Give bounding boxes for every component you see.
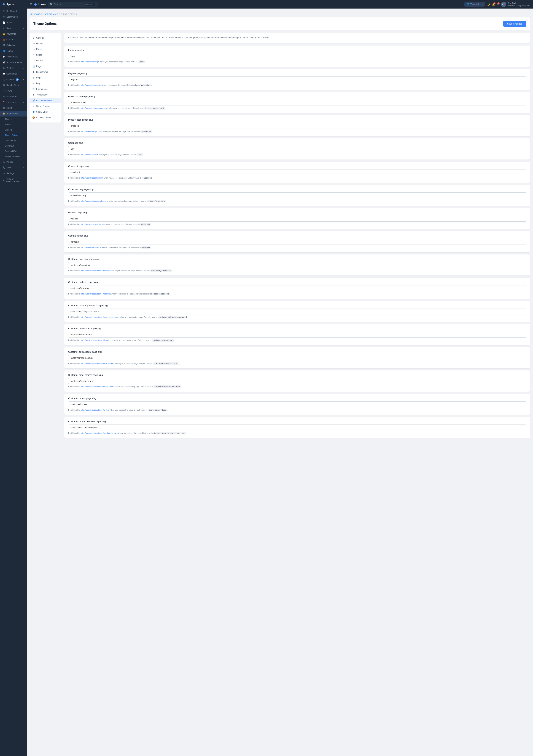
- slug-hint-link-customer-orders[interactable]: http://apexa.test/customer/orders: [81, 409, 109, 411]
- subnav-item-logo[interactable]: ◈ Logo: [30, 75, 62, 81]
- slug-hint-link-customer-product-reviews[interactable]: http://apexa.test/customer/product-revie…: [81, 432, 117, 434]
- slug-input-cart[interactable]: [68, 146, 526, 152]
- sidebar-item-pages[interactable]: 📄 Pages: [0, 20, 27, 25]
- slug-input-wishlist[interactable]: [68, 216, 526, 222]
- slug-input-password-reset[interactable]: [68, 99, 526, 105]
- sidebar-item-contact[interactable]: 📞 Contact 8 ▾: [0, 77, 27, 82]
- sidebar-subitem-themes[interactable]: Themes: [0, 117, 27, 122]
- sidebar-subitem-robots-txt[interactable]: Robots.Txt Editor: [0, 154, 27, 159]
- sidebar-item-label: Announcements: [6, 61, 22, 64]
- slug-input-customer-edit-account[interactable]: [68, 355, 526, 361]
- sidebar-item-settings[interactable]: ⚙ Settings: [0, 171, 27, 176]
- sidebar-item-newsletters[interactable]: ✉ Newsletters: [0, 94, 27, 99]
- subnav-item-social-links[interactable]: 👤 Social Links: [30, 109, 62, 115]
- sidebar-item-platform-administration[interactable]: 🏛 Platform Administration: [0, 176, 27, 184]
- slug-hint-link-customer-change-password[interactable]: http://apexa.test/customer/change-passwo…: [81, 316, 119, 318]
- slug-input-register[interactable]: [68, 76, 526, 82]
- sidebar-item-label: Galleries: [6, 44, 15, 47]
- sidebar-item-tools[interactable]: 🔧 Tools ▾: [0, 165, 27, 171]
- slug-input-orders-tracking[interactable]: [68, 192, 526, 198]
- sidebar-item-faqs[interactable]: ❓ FAQs ▾: [0, 88, 27, 94]
- sidebar-item-dashboard[interactable]: ⊞ Dashboard: [0, 8, 27, 14]
- slug-section-orders-tracking: Order tracking page slug It will look li…: [64, 185, 530, 206]
- slug-hint-link-checkout[interactable]: http://apexa.test/checkout: [81, 177, 103, 179]
- notifications-button[interactable]: 🔔 0: [492, 3, 495, 6]
- sidebar-item-careers[interactable]: 💼 Careers: [0, 37, 27, 42]
- slug-hint-link-customer-overview[interactable]: http://apexa.test/customer/overview: [81, 270, 112, 272]
- slug-hint-link-customer-downloads[interactable]: http://apexa.test/customer/downloads: [81, 339, 113, 341]
- hamburger-button[interactable]: ☰: [30, 3, 32, 6]
- slug-hint-customer-edit-account: It will look like http://apexa.test/cust…: [68, 362, 526, 365]
- subnav-item-footer[interactable]: ▭ Footer: [30, 46, 62, 52]
- slug-hint-link-compare[interactable]: http://apexa.test/compare: [81, 246, 103, 249]
- messages-button[interactable]: ✉ 8: [497, 3, 499, 6]
- slug-input-customer-change-password[interactable]: [68, 309, 526, 314]
- slug-hint-link-products[interactable]: http://apexa.test/products: [81, 130, 103, 132]
- sidebar-subitem-theme-options[interactable]: Theme Options: [0, 132, 27, 138]
- sidebar-subitem-widgets[interactable]: Widgets: [0, 127, 27, 132]
- slug-input-customer-product-reviews[interactable]: [68, 424, 526, 430]
- subnav-item-styles[interactable]: ✏ Styles: [30, 52, 62, 58]
- save-changes-button[interactable]: Save Changes: [503, 21, 526, 27]
- sidebar-item-payments[interactable]: 💳 Payments ▾: [0, 31, 27, 37]
- sidebar-item-label: Blog: [6, 27, 11, 30]
- slug-input-customer-address[interactable]: [68, 285, 526, 291]
- search-input[interactable]: [54, 3, 83, 6]
- subnav-item-header[interactable]: ▭ Header: [30, 41, 62, 46]
- user-menu[interactable]: ED Eric Dach arnold.oconnell@harvey.info: [501, 2, 530, 7]
- sidebar-item-locations[interactable]: 📍 Locations ▾: [0, 99, 27, 105]
- sidebar-item-media[interactable]: 🎬 Media: [0, 105, 27, 111]
- sidebar-item-teams[interactable]: 👥 Teams: [0, 48, 27, 54]
- slug-input-customer-overview[interactable]: [68, 262, 526, 268]
- sidebar-subitem-custom-css[interactable]: Custom CSS: [0, 138, 27, 143]
- sidebar-item-testimonials[interactable]: 💬 Testimonials: [0, 54, 27, 60]
- subnav-item-typography[interactable]: T Typography: [30, 92, 62, 98]
- topbar-logo: ◈ Apexa: [34, 2, 46, 6]
- slug-hint-link-orders-tracking[interactable]: http://apexa.test/orders/tracking: [81, 200, 108, 202]
- view-website-button[interactable]: 🌐 View website: [465, 2, 485, 7]
- subnav-item-page[interactable]: 📄 Page: [30, 64, 62, 69]
- settings-icon: ⚙: [3, 172, 5, 175]
- sidebar-item-galleries[interactable]: 🖼 Galleries: [0, 42, 27, 48]
- sidebar-item-comments[interactable]: 💭 Comments: [0, 71, 27, 77]
- slug-input-products[interactable]: [68, 123, 526, 129]
- slug-hint-link-customer-address[interactable]: http://apexa.test/customer/address: [81, 293, 111, 295]
- slug-hint-link-wishlist[interactable]: http://apexa.test/wishlist: [81, 223, 101, 225]
- sidebar-item-portfolio[interactable]: 🗂 Portfolio ▾: [0, 65, 27, 71]
- sidebar-subitem-menus[interactable]: Menus: [0, 122, 27, 127]
- subnav-item-blog[interactable]: ✏ Blog: [30, 81, 62, 86]
- subnav-item-ecommerce-urls[interactable]: 🔗 Ecommerce URLs: [30, 98, 62, 103]
- slug-hint-link-password-reset[interactable]: http://apexa.test/password/reset: [81, 107, 108, 109]
- dark-mode-button[interactable]: 🌙: [487, 3, 490, 6]
- subnav-item-cookie-consent[interactable]: 🍪 Cookie Consent: [30, 115, 62, 121]
- slug-section-login: Login page slug It will look like http:/…: [64, 45, 530, 67]
- slug-input-compare[interactable]: [68, 239, 526, 245]
- sidebar-item-announcements[interactable]: 📢 Announcements: [0, 60, 27, 65]
- subnav-item-general[interactable]: ⊙ General: [30, 35, 62, 41]
- subnav-item-portfolio[interactable]: 🗂 Portfolio: [30, 58, 62, 64]
- sidebar-item-simple-sliders[interactable]: ▤ Simple Sliders: [0, 82, 27, 88]
- sidebar-item-plugins[interactable]: 🔌 Plugins ▾: [0, 159, 27, 165]
- sidebar-item-appearance[interactable]: 🎨 Appearance ▴: [0, 111, 27, 117]
- subnav-item-breadcrumb[interactable]: ✤ Breadcrumb: [30, 69, 62, 75]
- slug-default-cart: cart: [137, 153, 143, 156]
- slug-hint-link-customer-order-returns[interactable]: http://apexa.test/customer/order-returns: [81, 386, 115, 388]
- sidebar-subitem-custom-js[interactable]: Custom JS: [0, 143, 27, 148]
- sidebar-item-blog[interactable]: ✏ Blog ▾: [0, 25, 27, 31]
- subnav-item-social-sharing[interactable]: ↗ Social Sharing: [30, 103, 62, 109]
- slug-hint-link-login[interactable]: http://apexa.test/login: [81, 61, 99, 63]
- slug-hint-link-cart[interactable]: http://apexa.test/cart: [81, 153, 98, 156]
- subnav-item-ecommerce[interactable]: 🛒 Ecommerce: [30, 86, 62, 92]
- slug-input-customer-downloads[interactable]: [68, 332, 526, 338]
- sidebar-subitem-custom-html[interactable]: Custom HTML: [0, 148, 27, 154]
- slug-input-login[interactable]: [68, 53, 526, 59]
- slug-hint-link-register[interactable]: http://apexa.test/register: [81, 84, 102, 86]
- slug-input-checkout[interactable]: [68, 169, 526, 175]
- slug-input-customer-order-returns[interactable]: [68, 378, 526, 384]
- sidebar-item-ecommerce[interactable]: 🛒 Ecommerce ▾: [0, 14, 27, 20]
- slug-input-customer-orders[interactable]: [68, 401, 526, 407]
- slug-hint-link-customer-edit-account[interactable]: http://apexa.test/customer/edit-account: [81, 363, 114, 364]
- breadcrumb-dashboard[interactable]: DASHBOARD: [30, 13, 42, 15]
- search-box[interactable]: 🔍 ctrl/cmd + k: [48, 2, 97, 7]
- breadcrumb-appearance[interactable]: APPEARANCE: [45, 13, 58, 15]
